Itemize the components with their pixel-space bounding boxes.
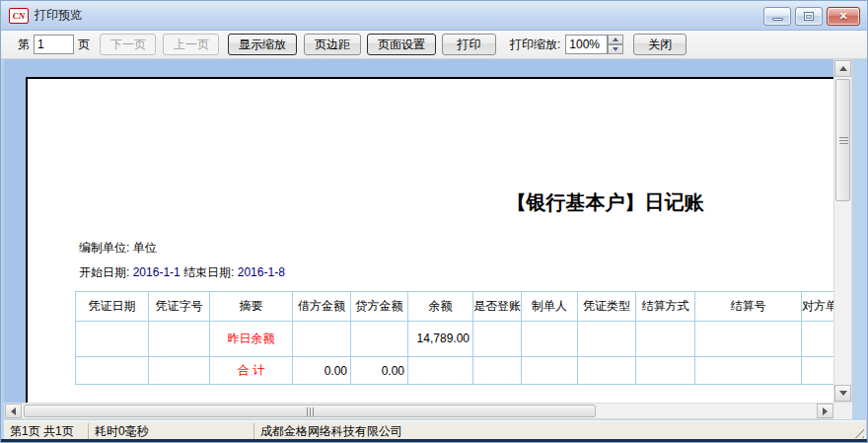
status-page-info: 第1页 共1页 bbox=[4, 423, 89, 439]
vertical-scroll-thumb[interactable] bbox=[835, 79, 850, 201]
print-zoom-spinner bbox=[608, 35, 623, 54]
scrollbar-corner bbox=[833, 403, 852, 419]
page-suffix-label: 页 bbox=[78, 37, 90, 53]
table-cell bbox=[522, 322, 578, 357]
spinner-down-icon bbox=[613, 47, 618, 51]
scroll-left-icon bbox=[11, 407, 16, 415]
scroll-down-button[interactable] bbox=[834, 385, 851, 402]
table-cell bbox=[695, 357, 802, 385]
table-cell bbox=[351, 322, 408, 357]
table-header-row: 凭证日期凭证字号摘要借方金额贷方金额余额是否登账制单人凭证类型结算方式结算号对方… bbox=[76, 292, 834, 322]
table-cell: 14,789.00 bbox=[408, 322, 473, 357]
start-date-label: 开始日期: bbox=[79, 265, 129, 279]
toolbar: 第 页 下一页 上一页 显示缩放 页边距 页面设置 打印 打印缩放: 关闭 bbox=[1, 31, 867, 59]
status-company: 成都金格网络科技有限公司 bbox=[254, 423, 408, 439]
column-header: 制单人 bbox=[522, 292, 578, 322]
column-header: 结算号 bbox=[695, 292, 802, 322]
scroll-up-icon bbox=[839, 66, 847, 71]
print-zoom-label: 打印缩放: bbox=[510, 37, 560, 53]
window-bottom-edge bbox=[1, 439, 867, 442]
document-title: 【银行基本户】日记账 bbox=[28, 189, 833, 216]
table-row: 昨日余额14,789.00 bbox=[76, 322, 834, 357]
table-cell: 0.00 bbox=[351, 357, 408, 385]
preview-area: 【银行基本户】日记账 编制单位: 单位 开始日期: 2016-1-1 结束日期:… bbox=[4, 59, 833, 403]
table-cell: 合 计 bbox=[210, 357, 293, 385]
vertical-scrollbar[interactable] bbox=[833, 59, 852, 403]
end-date-value: 2016-1-8 bbox=[238, 265, 285, 279]
table-cell bbox=[695, 322, 802, 357]
column-header: 凭证类型 bbox=[578, 292, 636, 322]
margins-button[interactable]: 页边距 bbox=[304, 34, 361, 55]
print-preview-window: CN 打印预览 ✕ 第 页 下一页 上一页 显示缩放 页边距 页面设置 打印 打… bbox=[0, 0, 868, 443]
scroll-left-button[interactable] bbox=[5, 404, 22, 418]
spinner-down-button[interactable] bbox=[608, 44, 623, 54]
window-title: 打印预览 bbox=[35, 7, 82, 24]
table-cell bbox=[473, 322, 522, 357]
resize-grip-icon[interactable] bbox=[853, 427, 864, 438]
table-row: 合 计0.000.00 bbox=[76, 357, 834, 385]
close-icon: ✕ bbox=[838, 11, 847, 22]
start-date-value: 2016-1-1 bbox=[133, 265, 181, 279]
statusbar: 第1页 共1页 耗时0毫秒 成都金格网络科技有限公司 bbox=[4, 420, 866, 440]
close-button[interactable]: ✕ bbox=[827, 7, 860, 26]
table-cell: 昨日余额 bbox=[210, 322, 293, 357]
maximize-icon bbox=[804, 12, 814, 21]
date-line: 开始日期: 2016-1-1 结束日期: 2016-1-8 bbox=[79, 264, 285, 281]
end-date-label: 结束日期: bbox=[183, 265, 234, 279]
titlebar: CN 打印预览 ✕ bbox=[1, 1, 867, 31]
page-prefix-label: 第 bbox=[18, 37, 30, 53]
table-cell bbox=[408, 357, 473, 385]
table-cell bbox=[76, 322, 149, 357]
minimize-icon bbox=[772, 18, 783, 21]
close-preview-button[interactable]: 关闭 bbox=[633, 34, 687, 55]
column-header: 余额 bbox=[408, 292, 473, 322]
status-elapsed: 耗时0毫秒 bbox=[89, 423, 254, 439]
unit-label: 编制单位: bbox=[79, 241, 129, 255]
spinner-up-icon bbox=[613, 37, 618, 41]
table-cell bbox=[578, 357, 636, 385]
column-header: 凭证字号 bbox=[149, 292, 210, 322]
column-header: 是否登账 bbox=[473, 292, 522, 322]
table-cell bbox=[578, 322, 636, 357]
prev-page-button[interactable]: 上一页 bbox=[163, 34, 219, 55]
minimize-button[interactable] bbox=[763, 7, 791, 26]
maximize-button[interactable] bbox=[795, 7, 823, 26]
scroll-right-button[interactable] bbox=[817, 404, 833, 418]
spinner-up-button[interactable] bbox=[608, 35, 623, 44]
table-cell bbox=[802, 357, 834, 385]
column-header: 结算方式 bbox=[636, 292, 695, 322]
journal-table: 凭证日期凭证字号摘要借方金额贷方金额余额是否登账制单人凭证类型结算方式结算号对方… bbox=[75, 291, 833, 385]
print-button[interactable]: 打印 bbox=[442, 34, 496, 55]
table-cell bbox=[473, 357, 522, 385]
column-header: 贷方金额 bbox=[351, 292, 408, 322]
table-cell bbox=[522, 357, 578, 385]
table-cell bbox=[293, 322, 351, 357]
page-number-input[interactable] bbox=[34, 35, 74, 54]
page-setup-button[interactable]: 页面设置 bbox=[367, 34, 436, 55]
scroll-right-icon bbox=[823, 407, 828, 415]
column-header: 对方单位 bbox=[802, 292, 834, 322]
column-header: 借方金额 bbox=[293, 292, 351, 322]
table-cell bbox=[149, 357, 210, 385]
show-zoom-button[interactable]: 显示缩放 bbox=[228, 34, 297, 55]
column-header: 凭证日期 bbox=[76, 292, 149, 322]
app-icon: CN bbox=[9, 8, 29, 24]
unit-value: 单位 bbox=[133, 241, 157, 255]
table-cell bbox=[76, 357, 149, 385]
table-cell bbox=[636, 357, 695, 385]
horizontal-scroll-thumb[interactable] bbox=[24, 405, 596, 417]
scroll-down-icon bbox=[839, 391, 847, 396]
horizontal-scrollbar[interactable] bbox=[4, 403, 833, 419]
unit-line: 编制单位: 单位 bbox=[79, 240, 157, 257]
table-cell: 0.00 bbox=[293, 357, 351, 385]
scroll-up-button[interactable] bbox=[834, 60, 851, 77]
print-zoom-input[interactable] bbox=[565, 35, 608, 54]
column-header: 摘要 bbox=[210, 292, 293, 322]
table-cell bbox=[802, 322, 834, 357]
document-page: 【银行基本户】日记账 编制单位: 单位 开始日期: 2016-1-1 结束日期:… bbox=[26, 77, 833, 403]
thumb-grip-icon bbox=[307, 407, 315, 416]
table-cell bbox=[636, 322, 695, 357]
next-page-button[interactable]: 下一页 bbox=[100, 34, 156, 55]
thumb-grip-icon bbox=[839, 137, 848, 145]
table-cell bbox=[149, 322, 210, 357]
